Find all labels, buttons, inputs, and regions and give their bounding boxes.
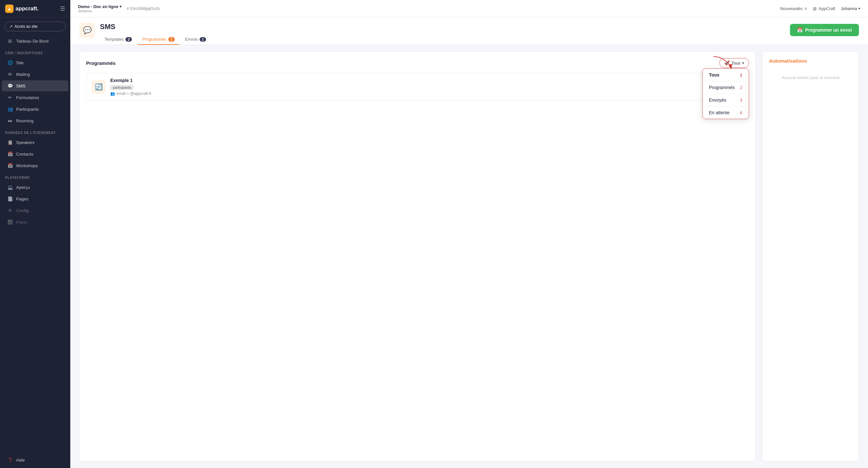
panel-header: Programmés 🚀 Tous ▾ [86, 58, 749, 68]
sidebar-item-rooming[interactable]: 🛏 Rooming [2, 115, 68, 126]
content-area: 💬 SMS Templates 2 Programmés 1 Env [70, 18, 868, 468]
sms-item-title: Exemple 1 [110, 78, 709, 83]
dropdown-item-en-attente[interactable]: En attente 4 [703, 107, 749, 119]
page-title: SMS [100, 23, 211, 31]
hash-id: # 53nX0MbjqlOo1h [127, 6, 160, 11]
contacts-icon: 📅 [7, 151, 13, 156]
sms-item-tag: participants [110, 85, 133, 90]
sidebar-item-tableau-de-bord[interactable]: ⊞ Tableau De Bord [2, 35, 68, 47]
filter-chevron-icon: ▾ [742, 61, 744, 65]
menu-toggle-icon[interactable]: ☰ [60, 5, 65, 12]
filter-dropdown: Tous 1 Programmés 2 Envoyés 3 En atten [702, 68, 749, 119]
user-menu[interactable]: Johanna ▾ [841, 6, 860, 11]
programmer-envoi-button[interactable]: 📅 Programmer un envoi [790, 24, 859, 36]
sms-item-condition: 👥 email = @appcraft.fr [110, 91, 709, 96]
logo-icon: ▲ [5, 4, 13, 13]
tab-templates-badge: 2 [125, 37, 132, 41]
sms-item[interactable]: 🔄 Exemple 1 participants 👥 email = @appc… [86, 73, 749, 101]
topbar: Demo - Doc en ligne ▾ Johanna # 53nX0Mbj… [70, 0, 868, 18]
sidebar-item-formulaires[interactable]: ✏ Formulaires [2, 92, 68, 103]
chevron-down-icon: ▾ [120, 4, 122, 9]
grid-icon: ⊞ [7, 38, 13, 43]
sidebar-item-site[interactable]: 🌐 Site [2, 57, 68, 68]
main-content: Demo - Doc en ligne ▾ Johanna # 53nX0Mbj… [70, 0, 868, 468]
tab-envois[interactable]: Envois 1 [181, 34, 211, 45]
sidebar-item-sms[interactable]: 💬 SMS [2, 80, 68, 91]
page-header: 💬 SMS Templates 2 Programmés 1 Env [70, 18, 868, 45]
dropdown-item-tous[interactable]: Tous 1 [703, 69, 749, 81]
sms-page-icon: 💬 [79, 23, 95, 38]
pencil-icon: ✏ [7, 95, 13, 100]
topbar-right: Nouveautés ⊞ AppCraft Johanna ▾ [780, 6, 860, 11]
sidebar-item-apercu[interactable]: 💻 Aperçu [2, 182, 68, 193]
users-icon: 👥 [7, 107, 13, 112]
globe-icon: 🌐 [7, 60, 13, 65]
demo-user: Johanna [78, 9, 122, 13]
auto-empty: Aucune entrée pour le moment [769, 69, 852, 87]
logo: ▲ appcraft. [5, 4, 39, 13]
page-header-left: 💬 SMS Templates 2 Programmés 1 Env [79, 23, 211, 45]
sidebar-item-aide[interactable]: ❓ Aide [2, 455, 68, 465]
sidebar-section-crm: CRM / INSCRIPTIONS [0, 47, 70, 57]
sidebar-item-pages[interactable]: 📄 Pages [2, 193, 68, 204]
sms-nav-icon: 💬 [7, 83, 13, 88]
tab-templates[interactable]: Templates 2 [100, 34, 136, 45]
dropdown-item-programmes[interactable]: Programmés 2 [703, 81, 749, 94]
appcraft-link[interactable]: ⊞ AppCraft [813, 6, 835, 11]
calendar-icon: 📅 [7, 163, 13, 168]
sidebar-item-config[interactable]: ⚙ Config [2, 205, 68, 216]
body-section: Programmés 🚀 Tous ▾ [70, 45, 868, 468]
dropdown-menu: Tous 1 Programmés 2 Envoyés 3 En atten [702, 68, 749, 119]
demo-name: Demo - Doc en ligne ▾ [78, 4, 122, 9]
nouveautes-section[interactable]: Nouveautés [780, 6, 807, 11]
page-title-section: SMS Templates 2 Programmés 1 Envois 1 [100, 23, 211, 45]
clipboard-icon: 📋 [7, 140, 13, 145]
plans-icon: 📊 [7, 220, 13, 225]
programmed-panel: Programmés 🚀 Tous ▾ [79, 51, 756, 462]
sidebar-section-plateforme: PLATEFORME [0, 171, 70, 181]
config-icon: ⚙ [7, 208, 13, 213]
demo-selector[interactable]: Demo - Doc en ligne ▾ Johanna [78, 4, 122, 13]
sidebar-item-speakers[interactable]: 📋 Speakers [2, 137, 68, 148]
nouveautes-dot [804, 7, 807, 10]
tab-envois-badge: 1 [199, 37, 206, 41]
auto-panel: Automatisations Aucune entrée pour le mo… [762, 51, 859, 462]
sms-item-content: Exemple 1 participants 👥 email = @appcra… [110, 78, 709, 96]
tab-programmes-badge: 1 [168, 37, 175, 41]
filter-tous-button[interactable]: 🚀 Tous ▾ [719, 58, 749, 68]
appcraft-grid-icon: ⊞ [813, 6, 817, 11]
sidebar-item-contacts[interactable]: 📅 Contacts [2, 148, 68, 159]
help-icon: ❓ [7, 457, 13, 463]
access-site-button[interactable]: ↗ Accès au site [4, 22, 66, 31]
sms-item-icon: 🔄 [92, 80, 106, 94]
sidebar-section-donnees: DONNÉES DE L'ÉVÉNEMENT [0, 126, 70, 137]
panel-title: Programmés [86, 60, 116, 66]
access-icon: ↗ [9, 24, 12, 29]
sidebar-item-plans[interactable]: 📊 Plans [2, 216, 68, 228]
pages-icon: 📄 [7, 196, 13, 201]
sidebar-item-mailing[interactable]: ✉ Mailing [2, 69, 68, 80]
bed-icon: 🛏 [7, 118, 13, 123]
mail-icon: ✉ [7, 72, 13, 77]
topbar-left: Demo - Doc en ligne ▾ Johanna # 53nX0Mbj… [78, 4, 160, 13]
users-small-icon: 👥 [110, 91, 115, 96]
dropdown-item-envoyes[interactable]: Envoyés 3 [703, 94, 749, 107]
calendar-send-icon: 📅 [797, 27, 803, 33]
page-tabs: Templates 2 Programmés 1 Envois 1 [100, 34, 211, 45]
filter-icon: 🚀 [724, 60, 730, 65]
tab-programmes[interactable]: Programmés 1 [138, 34, 179, 45]
sidebar-item-workshops[interactable]: 📅 Workshops [2, 160, 68, 171]
user-chevron-icon: ▾ [858, 6, 860, 11]
sidebar: ▲ appcraft. ☰ ↗ Accès au site ⊞ Tableau … [0, 0, 70, 468]
sidebar-header: ▲ appcraft. ☰ [0, 0, 70, 18]
sidebar-item-participants[interactable]: 👥 Participants [2, 104, 68, 115]
monitor-icon: 💻 [7, 185, 13, 190]
auto-title: Automatisations [769, 58, 852, 64]
